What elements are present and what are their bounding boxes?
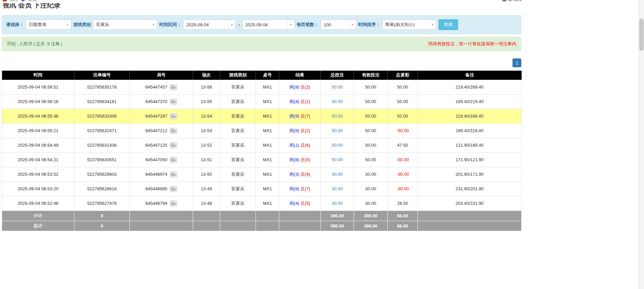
scrollbar-thumb[interactable] <box>639 19 644 51</box>
cell-total-bet[interactable]: 50.00 <box>321 109 354 123</box>
date-to-value: 2025-09-04 <box>243 22 287 27</box>
video-replay-icon[interactable] <box>170 113 177 119</box>
filter-label-time-range: 时间区间： <box>159 22 181 28</box>
cell-time: 2025-09-04 06:55:46 <box>2 109 74 123</box>
subtotal-count: 9 <box>74 211 130 221</box>
summary-currency-count: 币别 : 人民币 | 总共 :9 注单 | <box>7 41 62 47</box>
vertical-scrollbar[interactable] <box>638 0 644 289</box>
cell-valid-bet: 30.00 <box>354 182 388 196</box>
time-sort-value: 降幂(由大到小) <box>383 22 429 28</box>
total-label: 总计 <box>2 221 74 231</box>
video-replay-icon[interactable] <box>170 84 177 90</box>
video-replay-icon[interactable] <box>170 99 177 105</box>
cell-table-no: MX1 <box>256 167 279 182</box>
query-mode-value: 日期查询 <box>26 22 64 28</box>
cell-result: 闲(9) 庄(7) <box>279 182 321 196</box>
query-mode-select[interactable]: 日期查询 ▼ <box>26 20 71 30</box>
cell-bet-id: 522785628616 <box>74 182 130 196</box>
video-replay-icon[interactable] <box>170 200 177 207</box>
video-replay-icon[interactable] <box>170 128 177 134</box>
cell-game-type: 百家乐 <box>220 196 256 211</box>
page-button-1[interactable]: 1 <box>512 58 521 67</box>
cell-payout: -30.00 <box>388 182 418 196</box>
cell-total-bet[interactable]: 50.00 <box>321 80 354 94</box>
cell-total-bet[interactable]: 50.00 <box>321 123 354 138</box>
cell-round-id: 645447457 <box>130 80 193 94</box>
column-header-time: 时间 <box>2 71 74 80</box>
table-row: 2025-09-04 06:53:20522785628616645446885… <box>2 182 522 196</box>
page-content: 安控 会员 新视讯 视讯 会员 下注纪录 请选择： 日期查询 ▼ 游戏类别 百家… <box>2 0 521 231</box>
cell-note: 201.90/171.90 <box>418 167 522 182</box>
filter-label-game-type: 游戏类别 <box>73 22 91 28</box>
cell-table-no: MX1 <box>256 123 279 138</box>
chevron-down-icon: ▼ <box>150 20 157 29</box>
cell-total-bet[interactable]: 50.00 <box>321 94 354 109</box>
top-nav-item-2[interactable]: 会员 <box>28 0 37 2</box>
subtotal-row: 小计 9 390.00 390.00 66.00 <box>2 211 522 221</box>
cell-round-id: 645446885 <box>130 182 193 196</box>
video-replay-icon[interactable] <box>170 186 177 192</box>
cell-table-no: MX1 <box>256 109 279 123</box>
column-header-valid-bet: 有效投注 <box>354 71 388 80</box>
cell-payout: 47.50 <box>388 138 418 152</box>
cell-total-bet[interactable]: 30.00 <box>321 167 354 182</box>
cell-total-bet[interactable]: 30.00 <box>321 196 354 211</box>
cell-note: 171.90/121.90 <box>418 152 522 167</box>
date-from-select[interactable]: 2025-09-04 ▼ <box>183 20 236 30</box>
cell-total-bet[interactable]: 30.00 <box>321 182 354 196</box>
cell-bet-id: 522785627478 <box>74 196 130 211</box>
title-row: 视讯 会员 下注纪录 <box>2 3 521 12</box>
member-icon <box>21 0 25 1</box>
cell-payout: -30.00 <box>388 167 418 182</box>
cell-game-type: 百家乐 <box>220 167 256 182</box>
cell-round-id: 645446794 <box>130 196 193 211</box>
cell-game-type: 百家乐 <box>220 152 256 167</box>
cell-time: 2025-09-04 06:55:21 <box>2 123 74 138</box>
cell-result: 闲(8) 庄(0) <box>279 152 321 167</box>
total-payout: 66.00 <box>388 221 418 231</box>
query-button[interactable]: 查询 <box>438 19 458 30</box>
cell-round-id: 645447370 <box>130 94 193 109</box>
column-header-game-type: 游戏类别 <box>220 71 256 80</box>
cell-valid-bet: 50.00 <box>354 138 388 152</box>
cell-time: 2025-09-04 06:56:16 <box>2 94 74 109</box>
video-replay-icon[interactable] <box>170 171 177 177</box>
game-type-select[interactable]: 百家乐 ▼ <box>93 20 157 30</box>
cell-session: 13-48 <box>193 196 220 211</box>
date-to-select[interactable]: 2025-09-04 ▼ <box>242 20 295 30</box>
filter-label-sort: 时间排序： <box>358 22 380 28</box>
cell-note: 169.40/219.40 <box>418 94 522 109</box>
cell-result: 闲(4) 庄(1) <box>279 94 321 109</box>
page-size-select[interactable]: 100 ▼ <box>321 20 356 30</box>
cell-round-id: 645447212 <box>130 123 193 138</box>
cell-game-type: 百家乐 <box>220 123 256 138</box>
cell-game-type: 百家乐 <box>220 94 256 109</box>
cell-bet-id: 522785630551 <box>74 152 130 167</box>
page-size-value: 100 <box>321 22 349 27</box>
cell-payout: 50.00 <box>388 109 418 123</box>
cell-result: 闲(4) 庄(5) <box>279 196 321 211</box>
chevron-down-icon: ▼ <box>64 20 71 29</box>
cell-total-bet[interactable]: 50.00 <box>321 138 354 152</box>
cell-result: 闲(3) 庄(9) <box>279 167 321 182</box>
cell-time: 2025-09-04 06:53:20 <box>2 182 74 196</box>
table-body: 2025-09-04 06:56:51522785635178645447457… <box>2 80 522 211</box>
video-replay-icon[interactable] <box>170 157 177 163</box>
cell-round-id: 645447125 <box>130 138 193 152</box>
video-replay-icon[interactable] <box>170 142 177 148</box>
cell-round-id: 645447287 <box>130 109 193 123</box>
cell-session: 13-51 <box>193 152 220 167</box>
total-count: 9 <box>74 221 130 231</box>
cell-round-id: 645447050 <box>130 152 193 167</box>
cell-table-no: MX1 <box>256 138 279 152</box>
cell-game-type: 百家乐 <box>220 80 256 94</box>
time-sort-select[interactable]: 降幂(由大到小) ▼ <box>382 20 436 30</box>
cell-note: 231.90/201.90 <box>418 182 522 196</box>
cell-payout: 50.00 <box>388 80 418 94</box>
cell-note: 119.40/169.40 <box>418 109 522 123</box>
top-nav-right[interactable]: 新视讯 <box>508 0 521 2</box>
top-nav-item-1[interactable]: 安控 <box>9 0 18 2</box>
table-row: 2025-09-04 06:54:49522785631436645447125… <box>2 138 522 152</box>
cell-table-no: MX1 <box>256 94 279 109</box>
cell-total-bet[interactable]: 50.00 <box>321 152 354 167</box>
